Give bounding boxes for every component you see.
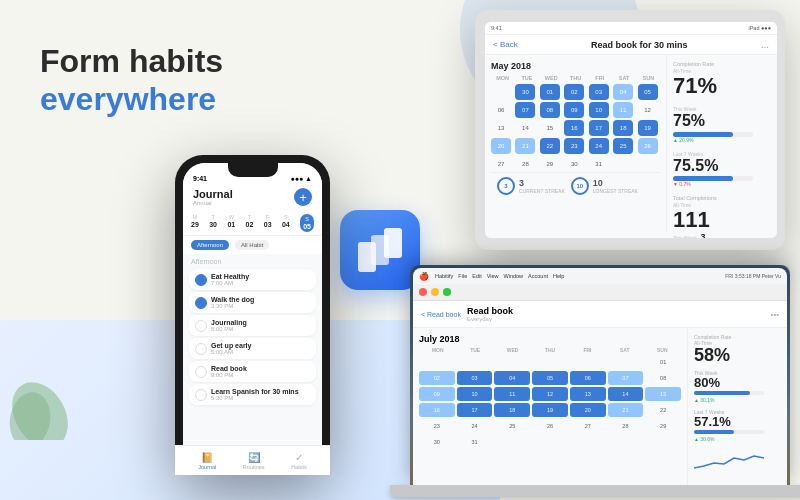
iphone-day-thu: T 02	[246, 214, 254, 232]
habit-circle-journal	[195, 320, 207, 332]
mac-calendar-stats-area: July 2018 MON TUE WED THU FRI SAT SUN	[413, 328, 787, 485]
iphone-day-tue: T 30	[209, 214, 217, 232]
mac-datetime: FRI 3:53:18 PM Peter Vu	[725, 273, 781, 279]
ipad-main-content: May 2018 MON TUE WED THU FRI SAT SUN 30	[485, 55, 777, 231]
iphone-day-fri: F 03	[264, 214, 272, 232]
mac-main-panel: < Read book Read book Everyday ••• July …	[413, 284, 787, 485]
mac-month-label: July 2018	[419, 334, 681, 344]
iphone-notch	[228, 163, 278, 177]
mac-thisweek-value: 80%	[694, 376, 781, 389]
iphone-header: Journal Annual +	[183, 185, 322, 211]
mac-menu-button[interactable]: •••	[771, 310, 779, 319]
best-streak-value: 10	[576, 183, 583, 189]
stat-total-completions: Total Completions All-Time 111 This Week…	[673, 195, 771, 238]
stat-alltime-value: 71%	[673, 74, 771, 98]
ipad-time: 9:41	[491, 25, 502, 31]
stat-completion-rate: Completion Rate All-Time 71%	[673, 61, 771, 98]
iphone-time: 9:41	[193, 175, 207, 182]
ipad-status-bar: 9:41 iPad ●●●	[485, 22, 777, 35]
ipad-weekdays: MON TUE WED THU FRI SAT SUN	[491, 75, 660, 81]
iphone-signal: ●●● ▲	[290, 175, 312, 182]
mac-last7-fill	[694, 430, 734, 434]
mac-stat-completion: Completion Rate All-Time 58%	[694, 334, 781, 364]
mac-maximize-dot[interactable]	[443, 288, 451, 296]
mac-right-menubar: FRI 3:53:18 PM Peter Vu	[725, 273, 781, 279]
mac-last7-value: 57.1%	[694, 415, 781, 428]
mac-menu-items: Habitify File Edit View Window Account H…	[435, 273, 564, 279]
ipad-menu-dots[interactable]: ...	[761, 39, 769, 50]
iphone-filter-bar: Afternoon All Habit	[183, 236, 322, 254]
app-icon	[340, 210, 420, 290]
mac-stats-panel: Completion Rate All-Time 58% This Week 8…	[687, 328, 787, 485]
mac-back-button[interactable]: < Read book	[421, 311, 461, 318]
filter-afternoon[interactable]: Afternoon	[191, 240, 229, 250]
iphone-section-label: Afternoon	[183, 254, 322, 267]
mac-last7-bar	[694, 430, 764, 434]
mac-close-dot[interactable]	[419, 288, 427, 296]
ipad-signal: iPad ●●●	[748, 25, 771, 31]
current-streak-value: 3	[504, 183, 507, 189]
filter-all-habit[interactable]: All Habit	[235, 240, 269, 250]
stat-thisweek-change: ▲ 20.9%	[673, 137, 771, 143]
habit-name-dog: Walk the dog	[211, 296, 310, 303]
mac-mini-chart	[694, 448, 781, 477]
habit-circle-spanish	[195, 389, 207, 401]
stat-total-label: Total Completions	[673, 195, 771, 201]
mac-menubar: 🍎 Habitify File Edit View Window Account…	[413, 268, 787, 284]
macbook-base	[390, 485, 800, 497]
habit-early[interactable]: Get up early 5:00 AM	[189, 338, 316, 359]
tab-habits[interactable]: ✓ Habits	[291, 452, 307, 468]
ipad-mockup: 9:41 iPad ●●● < Back Read book for 30 mi…	[475, 10, 785, 250]
mac-apple-icon: 🍎	[419, 272, 429, 281]
streak-circle-current: 3	[497, 177, 515, 195]
stat-total-value: 111	[673, 208, 771, 232]
habit-time-dog: 3:30 PM	[211, 303, 310, 309]
best-streak-label: LONGEST STREAK	[593, 188, 638, 194]
ipad-bottom-stats: 3 3 CURRENT STREAK 10	[491, 172, 660, 199]
mac-thisweek-bar	[694, 391, 764, 395]
ipad-best-streak: 10 10 LONGEST STREAK	[571, 177, 638, 195]
iphone-day-sat: S 04	[282, 214, 290, 232]
stat-thisweek-value: 75%	[673, 112, 771, 130]
ipad-stats-panel: Completion Rate All-Time 71% This Week 7…	[667, 55, 777, 231]
habit-read[interactable]: Read book 9:00 PM	[189, 361, 316, 382]
habit-walk-dog[interactable]: Walk the dog 3:30 PM	[189, 292, 316, 313]
tab-journal[interactable]: 📔 Journal	[198, 452, 216, 468]
ipad-screen: 9:41 iPad ●●● < Back Read book for 30 mi…	[485, 22, 777, 238]
macbook-screen: 🍎 Habitify File Edit View Window Account…	[410, 265, 790, 485]
habit-name-read: Read book	[211, 365, 310, 372]
iphone-day-wed: W 01	[227, 214, 235, 232]
decorative-leaf	[0, 360, 80, 440]
iphone-day-sun-active[interactable]: S 05	[300, 214, 314, 232]
stat-last7: Last 7 Weeks 75.5% ▼ 0.7%	[673, 151, 771, 188]
habit-time-journal: 5:00 PM	[211, 326, 310, 332]
habit-spanish[interactable]: Learn Spanish for 30 mins 5:30 PM	[189, 384, 316, 405]
iphone-screen: 9:41 ●●● ▲ Journal Annual + M 29 T 30	[183, 163, 322, 467]
mac-thisweek-change: ▲ 30.1%	[694, 397, 781, 403]
ipad-header: < Back Read book for 30 mins ...	[485, 35, 777, 55]
habit-journaling[interactable]: Journaling 5:00 PM	[189, 315, 316, 336]
mac-stat-thisweek: This Week 80% ▲ 30.1%	[694, 370, 781, 403]
habit-time-read: 9:00 PM	[211, 372, 310, 378]
ipad-month-label: May 2018	[491, 61, 660, 71]
habit-eat-healthy[interactable]: Eat Healthy 7:00 AM	[189, 269, 316, 290]
habit-circle-early	[195, 343, 207, 355]
stat-last7-value: 75.5%	[673, 157, 771, 175]
ipad-calendar: May 2018 MON TUE WED THU FRI SAT SUN 30	[485, 55, 667, 231]
iphone-add-button[interactable]: +	[294, 188, 312, 206]
habit-name-journal: Journaling	[211, 319, 310, 326]
mac-app-content: < Read book Read book Everyday ••• July …	[413, 284, 787, 485]
iphone-mockup: 9:41 ●●● ▲ Journal Annual + M 29 T 30	[175, 155, 330, 475]
mac-stat-last7: Last 7 Weeks 57.1% ▲ 30.6%	[694, 409, 781, 442]
mac-minimize-dot[interactable]	[431, 288, 439, 296]
ipad-back-button[interactable]: < Back	[493, 40, 518, 49]
iphone-week-bar: M 29 T 30 W 01 T 02 F 03	[183, 211, 322, 236]
habit-name-spanish: Learn Spanish for 30 mins	[211, 388, 310, 395]
habit-name-early: Get up early	[211, 342, 310, 349]
ipad-title: Read book for 30 mins	[524, 40, 755, 50]
tab-routines[interactable]: 🔄 Routines	[243, 452, 265, 468]
habit-circle-dog	[195, 297, 207, 309]
hero-line1: Form habits	[40, 43, 223, 79]
stat-thisweek-total: 3	[701, 233, 706, 238]
mac-window-controls	[413, 284, 787, 301]
